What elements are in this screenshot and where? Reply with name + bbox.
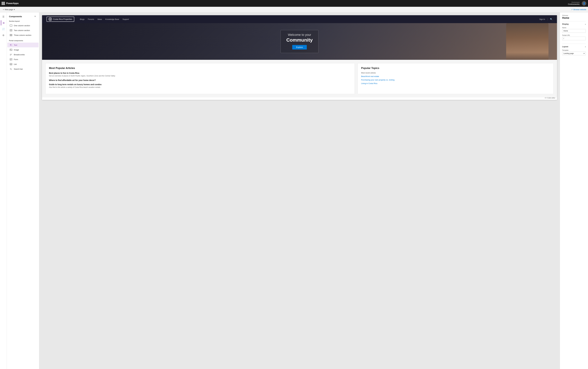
hero-section: Welcome to your Community Explore bbox=[42, 23, 557, 60]
site-search-icon[interactable]: 🔍 bbox=[550, 18, 552, 20]
svg-point-22 bbox=[10, 64, 10, 64]
topic-link-1[interactable]: Beachfront real estate bbox=[361, 75, 550, 77]
list-component-item[interactable]: List bbox=[7, 62, 39, 67]
svg-rect-8 bbox=[10, 49, 12, 51]
breadcrumbs-label: Breadcrumbs bbox=[14, 54, 25, 56]
plus-icon: + bbox=[3, 9, 4, 10]
name-field-label: Name bbox=[562, 27, 586, 29]
article-1-desc: Get an overview of places in North Pacif… bbox=[49, 75, 351, 77]
hero-title-small: Welcome to your bbox=[286, 33, 313, 37]
nav-support[interactable]: Support bbox=[123, 18, 129, 20]
chevron-down-icon: ▾ bbox=[14, 9, 15, 10]
popular-topics-card: Popular Topics Most recent articles Beac… bbox=[357, 63, 554, 94]
two-column-section-item[interactable]: Two column section bbox=[7, 28, 39, 33]
panel-header: Components ✕ bbox=[7, 14, 39, 20]
rail-icon-components[interactable]: ⊞ bbox=[1, 20, 6, 25]
waffle-icon[interactable] bbox=[2, 2, 5, 5]
form-component-item[interactable]: Form bbox=[7, 57, 39, 62]
browse-website-label: Browse website bbox=[573, 9, 586, 10]
nav-ideas[interactable]: Ideas bbox=[97, 18, 102, 20]
three-column-section-item[interactable]: Three column section bbox=[7, 33, 39, 38]
one-column-label: One column section bbox=[14, 25, 30, 27]
site-header: Costa Rica Properties Blogs Forums Ideas… bbox=[42, 15, 557, 23]
article-3-title[interactable]: Guide to long term rentals on luxury hom… bbox=[49, 83, 351, 86]
top-bar: PowerApps Environment Contosoworks 👤 bbox=[0, 0, 588, 7]
app-logo: PowerApps bbox=[2, 2, 19, 5]
nav-forums[interactable]: Forums bbox=[88, 18, 94, 20]
toolbar: + New page ▾ ↗ Browse website bbox=[0, 7, 588, 12]
webpage-label: Webpage bbox=[562, 15, 586, 16]
svg-rect-5 bbox=[11, 34, 12, 36]
search-bar-label: Search bar bbox=[14, 68, 23, 70]
rail-icon-pages[interactable]: 📄 bbox=[1, 27, 6, 31]
text-icon: T bbox=[10, 44, 12, 46]
close-panel-button[interactable]: ✕ bbox=[33, 15, 37, 18]
two-column-label: Two column section bbox=[14, 29, 30, 31]
article-3-desc: Also find in this article a variety of C… bbox=[49, 86, 351, 89]
section-layout-label: Section layout bbox=[7, 20, 39, 23]
text-label: Text bbox=[14, 44, 17, 46]
most-popular-title: Most Popular Articles bbox=[49, 67, 351, 70]
partial-url-label: Partial URL bbox=[562, 34, 586, 36]
browse-website-button[interactable]: ↗ Browse website bbox=[571, 9, 586, 10]
new-page-button[interactable]: + New page ▾ bbox=[2, 8, 16, 11]
app-name: PowerApps bbox=[6, 2, 19, 5]
hero-title-large: Community bbox=[286, 37, 313, 43]
display-section-header[interactable]: Display ▴ bbox=[562, 23, 586, 25]
image-component-item[interactable]: Image bbox=[7, 47, 39, 52]
svg-rect-4 bbox=[11, 34, 11, 36]
nav-blogs[interactable]: Blogs bbox=[80, 18, 84, 20]
environment-info: Environment Contosoworks bbox=[568, 1, 579, 5]
top-bar-right: Environment Contosoworks 👤 bbox=[568, 1, 586, 6]
nav-divider: | bbox=[547, 18, 548, 20]
svg-point-24 bbox=[10, 68, 11, 70]
svg-point-21 bbox=[10, 64, 10, 64]
list-icon bbox=[10, 63, 12, 66]
template-chevron-icon: ▾ bbox=[584, 52, 585, 54]
divider-2 bbox=[562, 44, 586, 44]
nav-knowledge-base[interactable]: Knowledge Base bbox=[105, 18, 119, 20]
svg-rect-2 bbox=[11, 30, 12, 31]
sign-in-link[interactable]: Sign In bbox=[539, 18, 545, 20]
display-label: Display bbox=[562, 23, 569, 25]
components-panel: Components ✕ Section layout One column s… bbox=[7, 12, 39, 369]
layout-section-header[interactable]: Layout ▴ bbox=[562, 46, 586, 48]
canvas-area: Costa Rica Properties Blogs Forums Ideas… bbox=[39, 12, 560, 369]
logo-text: Costa Rica Properties bbox=[53, 18, 72, 20]
topic-link-3[interactable]: Living in Costa Rica bbox=[361, 82, 550, 84]
popular-topics-title: Popular Topics bbox=[361, 67, 550, 70]
breadcrumbs-component-item[interactable]: Breadcrumbs bbox=[7, 52, 39, 57]
env-label: Environment bbox=[568, 1, 579, 3]
svg-rect-3 bbox=[10, 34, 10, 36]
article-1-title[interactable]: Best places to live in Costa Rica bbox=[49, 72, 351, 74]
two-column-icon bbox=[10, 29, 12, 32]
code-editor-button[interactable]: </> Code editor bbox=[545, 97, 555, 99]
main-layout: ☰ ⊞ 📄 ⚙ Components ✕ Section layout One … bbox=[0, 12, 588, 369]
webpage-preview: Costa Rica Properties Blogs Forums Ideas… bbox=[42, 15, 557, 100]
partial-url-input[interactable] bbox=[562, 37, 586, 40]
site-logo: Costa Rica Properties bbox=[47, 17, 74, 22]
list-label: List bbox=[14, 63, 17, 65]
search-bar-component-item[interactable]: Search bar bbox=[7, 67, 39, 71]
rail-icon-settings[interactable]: ⚙ bbox=[1, 33, 6, 38]
hero-people-image bbox=[506, 23, 548, 60]
portal-components-label: Portal components bbox=[7, 39, 39, 42]
template-select[interactable]: Landing page ▾ bbox=[562, 51, 586, 55]
breadcrumbs-icon bbox=[10, 53, 12, 56]
user-avatar[interactable]: 👤 bbox=[582, 1, 586, 6]
article-2-title[interactable]: Where to find affordable art for your ho… bbox=[49, 79, 351, 81]
site-header-right: Sign In | 🔍 bbox=[539, 18, 552, 20]
logo-circle bbox=[49, 18, 52, 21]
right-panel: Webpage Home Display ▴ Name Partial URL … bbox=[560, 12, 588, 369]
template-label: Template bbox=[562, 49, 586, 51]
right-panel-header: Webpage Home bbox=[562, 15, 586, 20]
icon-rail: ☰ ⊞ 📄 ⚙ bbox=[0, 12, 7, 369]
topic-link-2[interactable]: Purchasing your own property vs. renting bbox=[361, 79, 550, 81]
name-field-input[interactable] bbox=[562, 29, 586, 33]
text-component-item[interactable]: T Text bbox=[7, 42, 39, 47]
panel-title: Components bbox=[9, 15, 22, 18]
one-column-section-item[interactable]: One column section bbox=[7, 23, 39, 28]
hero-explore-button[interactable]: Explore bbox=[292, 45, 307, 50]
external-link-icon: ↗ bbox=[571, 9, 573, 10]
rail-icon-hamburger[interactable]: ☰ bbox=[1, 14, 6, 19]
